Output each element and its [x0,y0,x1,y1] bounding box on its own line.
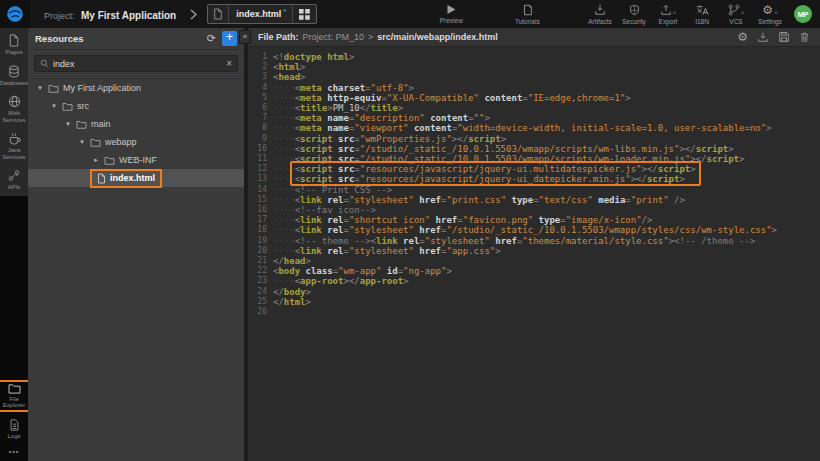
tree-item-index-html[interactable]: index.html [28,169,244,187]
code-line[interactable]: 17····<link rel="shortcut icon" href="fa… [252,215,820,225]
delete-trash-icon[interactable] [799,31,810,43]
unsaved-indicator: * [283,7,286,16]
tutorials-icon [522,4,533,16]
code-line[interactable]: 21</head> [252,256,820,266]
wavemaker-logo[interactable] [0,0,30,28]
code-line[interactable]: 13····<script src="resources/javascript/… [252,174,820,184]
sidebar-item-logs[interactable]: Logs [0,419,28,440]
search-icon [40,59,49,68]
tab-index-html[interactable]: index.html * [207,4,317,24]
chevron-down-icon: ˅ [741,10,745,16]
line-number: 17 [252,215,267,225]
line-number: 12 [252,164,267,174]
tree-item-webapp[interactable]: ▾ webapp [28,133,244,151]
settings-button[interactable]: ⚙ ˅ Settings [756,4,784,25]
sidebar-item-pages[interactable]: Pages [0,34,28,56]
code-line[interactable]: 5····<meta http-equiv="X-UA-Compatible" … [252,93,820,103]
code-line[interactable]: 23····<app-root></app-root> [252,276,820,286]
folder-icon [48,84,59,93]
line-number: 24 [252,287,267,297]
code-line[interactable]: 7····<meta name="description" content=""… [252,113,820,123]
user-avatar[interactable]: MP [794,5,812,23]
top-bar: Project: My First Application index.html… [0,0,820,28]
artifacts-button[interactable]: Artifacts [586,4,614,25]
folder-icon [62,102,73,111]
code-line[interactable]: 8····<meta name="viewport" content="widt… [252,123,820,133]
database-icon [8,65,20,78]
vcs-label: VCS [729,18,742,25]
caret-down-icon[interactable]: ▾ [36,84,44,92]
line-number: 3 [252,72,267,82]
code-editor[interactable]: 1<!doctype html>2<html>3<head>4····<meta… [248,47,820,461]
code-line[interactable]: 26 [252,307,820,317]
security-label: Security [622,18,645,25]
code-line[interactable]: 19····<!-- theme --><link rel="styleshee… [252,236,820,246]
refresh-icon[interactable]: ⟳ [207,32,216,45]
line-number: 10 [252,144,267,154]
line-number: 11 [252,154,267,164]
tree-item-main[interactable]: ▾ main [28,115,244,133]
folder-icon [104,156,115,165]
code-line[interactable]: 15····<link rel="stylesheet" href="print… [252,195,820,205]
file-icon [208,5,229,23]
add-resource-button[interactable]: + [222,31,237,46]
code-line[interactable]: 4····<meta charset="utf-8"> [252,83,820,93]
sidebar-item-web-services[interactable]: Web Services [0,95,28,123]
code-line[interactable]: 24</body> [252,287,820,297]
globe-icon [8,95,21,108]
tree-item-src[interactable]: ▾ src [28,97,244,115]
i18n-label: I18N [695,18,709,25]
code-line[interactable]: 20····<link rel="stylesheet" href="app.c… [252,246,820,256]
code-line[interactable]: 18····<link rel="stylesheet" href="/stud… [252,225,820,235]
gear-icon: ⚙ [762,4,773,16]
code-line[interactable]: 1<!doctype html> [252,52,820,62]
search-input[interactable] [53,59,222,69]
download-file-icon[interactable] [757,31,769,43]
sidebar-item-databases[interactable]: Databases [0,65,28,87]
line-number: 16 [252,205,267,215]
code-line[interactable]: 6····<title>PM_10</title> [252,103,820,113]
line-number: 9 [252,134,267,144]
code-line[interactable]: 3<head> [252,72,820,82]
caret-down-icon[interactable]: ▾ [50,102,58,110]
tree-label: index.html [110,173,155,183]
collapse-panel-button[interactable]: « [239,30,251,44]
tree-item-my-first-application[interactable]: ▾ My First Application [28,79,244,97]
project-name[interactable]: My First Application [81,10,176,21]
sidebar-item-java-services[interactable]: Java Services [0,132,28,160]
code-line[interactable]: 16····<!--fav icon--> [252,205,820,215]
code-line[interactable]: 22<body class="wm-app" id="ng-app"> [252,266,820,276]
play-icon [445,4,457,15]
line-number: 18 [252,225,267,235]
clear-search-icon[interactable]: × [226,59,232,69]
caret-down-icon[interactable]: ▾ [64,120,72,128]
tree-label: webapp [105,137,137,147]
code-line[interactable]: 2<html> [252,62,820,72]
highlight-outline: index.html [92,171,160,186]
save-icon[interactable] [778,31,790,43]
preview-button[interactable]: Preview [429,4,473,24]
tree-item-web-inf[interactable]: ▸ WEB-INF [28,151,244,169]
code-line[interactable]: 14····<!-- Print CSS --> [252,185,820,195]
vcs-button[interactable]: ˅ VCS [722,4,750,25]
export-button[interactable]: ˅ Export [654,4,682,25]
security-button[interactable]: Security [620,4,648,25]
editor-settings-gear-icon[interactable]: ⚙ [737,31,748,43]
line-number: 13 [252,174,267,184]
i18n-button[interactable]: I18N [688,4,716,25]
code-line[interactable]: 10····<script src="/studio/_static_/10.0… [252,144,820,154]
sidebar-item-file-explorer[interactable]: File Explorer [0,382,28,410]
sidebar-item-apis[interactable]: APIs [0,169,28,191]
web-services-label: Web Services [0,110,28,123]
more-options-icon[interactable]: ••• [9,448,19,455]
caret-down-icon[interactable]: ▾ [78,138,86,146]
editor-pane: File Path: Project: PM_10 > src/main/web… [248,28,820,461]
code-line[interactable]: 9····<script src="wmProperties.js"></scr… [252,134,820,144]
code-line[interactable]: 11····<script src="/studio/_static_/10.0… [252,154,820,164]
code-line[interactable]: 25</html> [252,297,820,307]
grid-icon[interactable] [292,5,316,23]
code-line[interactable]: 12····<script src="resources/javascript/… [252,164,820,174]
file-path-project: Project: PM_10 [303,32,365,42]
caret-right-icon[interactable]: ▸ [92,156,100,164]
tutorials-button[interactable]: Tutorials [505,4,549,25]
